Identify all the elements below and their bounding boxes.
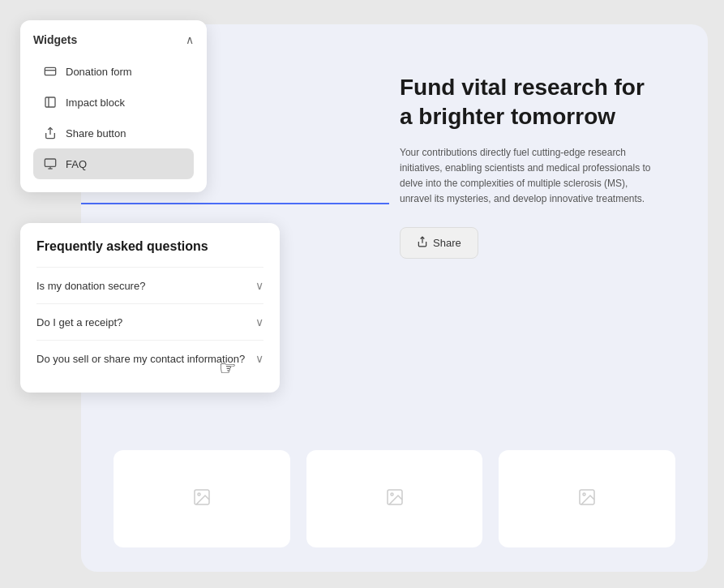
faq-panel-title: Frequently asked questions [36, 239, 263, 254]
svg-point-6 [583, 493, 585, 496]
chevron-up-icon[interactable]: ∧ [186, 33, 194, 46]
widget-label-impact-block: Impact block [66, 97, 125, 109]
widgets-panel-title: Widgets [33, 33, 77, 46]
share-button-label: Share [433, 237, 461, 249]
image-icon-2 [385, 487, 405, 511]
svg-point-2 [198, 493, 200, 496]
image-placeholder-1 [114, 450, 290, 547]
faq-chevron-3: ∨ [255, 352, 263, 365]
widget-label-donation-form: Donation form [66, 66, 132, 78]
widget-label-share-button: Share button [66, 127, 126, 139]
widget-item-donation-form[interactable]: Donation form [33, 56, 194, 87]
faq-chevron-2: ∨ [255, 315, 263, 328]
hero-title: Fund vital research for a brighter tomor… [400, 73, 659, 132]
share-button-main[interactable]: Share [400, 227, 478, 259]
faq-question-1: Is my donation secure? [36, 280, 145, 292]
widgets-header: Widgets ∧ [33, 33, 194, 46]
faq-item-2[interactable]: Do I get a receipt? ∨ [36, 303, 263, 340]
svg-rect-12 [45, 159, 55, 166]
faq-chevron-1: ∨ [255, 279, 263, 292]
image-placeholder-2 [306, 450, 483, 547]
impact-block-icon [43, 95, 58, 109]
widget-label-faq: FAQ [66, 158, 87, 170]
faq-item-1[interactable]: Is my donation secure? ∨ [36, 267, 263, 303]
donation-form-icon [43, 64, 58, 79]
share-icon [417, 236, 428, 250]
faq-icon [43, 157, 58, 171]
widget-item-impact-block[interactable]: Impact block [33, 87, 194, 118]
widget-item-share-button[interactable]: Share button [33, 118, 194, 148]
right-content: Fund vital research for a brighter tomor… [400, 73, 659, 259]
faq-item-3[interactable]: Do you sell or share my contact informat… [36, 340, 263, 376]
faq-question-3: Do you sell or share my contact informat… [36, 353, 245, 365]
image-icon-1 [192, 487, 212, 511]
hero-description: Your contributions directly fuel cutting… [400, 145, 659, 208]
widgets-panel: Widgets ∧ Donation form Impact block [20, 20, 207, 192]
svg-rect-7 [45, 67, 55, 75]
bottom-images [114, 450, 675, 547]
image-placeholder-3 [499, 450, 675, 547]
image-icon-3 [577, 487, 597, 511]
widget-item-faq[interactable]: FAQ [33, 148, 194, 179]
faq-question-2: Do I get a receipt? [36, 316, 122, 328]
blue-line [81, 203, 389, 204]
svg-point-4 [391, 493, 393, 496]
share-button-icon [43, 126, 58, 140]
svg-rect-9 [45, 97, 55, 107]
faq-panel: Frequently asked questions Is my donatio… [20, 223, 280, 393]
